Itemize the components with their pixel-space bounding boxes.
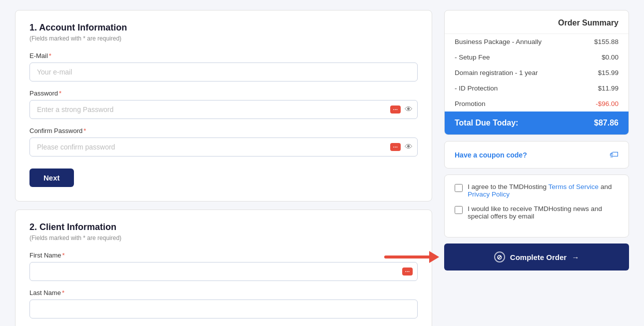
email-input-wrapper xyxy=(29,62,418,82)
arrow-head xyxy=(429,251,439,263)
password-eye-icon[interactable]: 👁 xyxy=(405,105,413,114)
order-line-amount: $11.99 xyxy=(598,84,619,92)
email-group: E-Mail* xyxy=(29,52,418,82)
order-line-item: Promotion-$96.00 xyxy=(445,96,629,112)
password-dots-icon[interactable]: ··· xyxy=(390,106,401,114)
newsletter-text: I would like to receive TMDHosting news … xyxy=(468,205,619,220)
arrow-body xyxy=(384,256,429,258)
order-line-label: Promotion xyxy=(455,100,486,108)
order-summary-title: Order Summary xyxy=(445,10,629,34)
order-line-item: - Setup Fee$0.00 xyxy=(445,50,629,65)
order-line-item: Business Package - Annually$155.88 xyxy=(445,34,629,50)
account-section-title: 1. Account Information xyxy=(29,22,418,33)
order-line-label: Domain registration - 1 year xyxy=(455,69,538,76)
complete-order-arrow: → xyxy=(572,253,579,262)
terms-section: I agree to the TMDHosting Terms of Servi… xyxy=(444,174,629,238)
password-group: Password* ··· 👁 xyxy=(29,90,418,119)
client-section-subtitle: (Fields marked with * are required) xyxy=(29,234,418,242)
order-line-amount: $155.88 xyxy=(594,38,619,46)
right-column: Order Summary Business Package - Annuall… xyxy=(444,10,629,326)
account-information-section: 1. Account Information (Fields marked wi… xyxy=(15,10,432,202)
privacy-policy-link[interactable]: Privacy Policy xyxy=(468,190,510,198)
complete-order-label: Complete Order xyxy=(510,253,567,262)
order-line-label: Business Package - Annually xyxy=(455,38,542,46)
password-input[interactable] xyxy=(29,100,418,119)
first-name-label: First Name* xyxy=(29,252,418,259)
first-name-input-wrapper: ··· xyxy=(29,262,418,281)
order-line-item: - ID Protection$11.99 xyxy=(445,80,629,96)
order-line-item: Domain registration - 1 year$15.99 xyxy=(445,65,629,80)
email-label: E-Mail* xyxy=(29,52,418,60)
coupon-section[interactable]: Have a coupon code? 🏷 xyxy=(444,141,629,168)
order-total-label: Total Due Today: xyxy=(455,118,518,128)
client-information-section: 2. Client Information (Fields marked wit… xyxy=(15,210,432,326)
newsletter-checkbox-row: I would like to receive TMDHosting news … xyxy=(455,205,619,220)
confirm-password-label: Confirm Password* xyxy=(29,127,418,134)
complete-order-wrapper: ⊘ Complete Order → xyxy=(444,244,629,270)
first-name-dots-icon[interactable]: ··· xyxy=(402,268,413,276)
red-arrow xyxy=(384,251,439,263)
first-name-input[interactable] xyxy=(29,262,418,281)
order-line-amount: $15.99 xyxy=(598,69,619,76)
next-button[interactable]: Next xyxy=(29,168,74,187)
order-lines: Business Package - Annually$155.88- Setu… xyxy=(445,34,629,112)
confirm-password-input[interactable] xyxy=(29,138,418,156)
coupon-text: Have a coupon code? xyxy=(455,151,527,159)
coupon-tag-icon: 🏷 xyxy=(610,150,619,160)
tos-checkbox-row: I agree to the TMDHosting Terms of Servi… xyxy=(455,183,619,198)
email-input[interactable] xyxy=(29,62,418,82)
order-line-label: - ID Protection xyxy=(455,84,498,92)
last-name-input[interactable] xyxy=(29,300,418,318)
order-line-amount: -$96.00 xyxy=(596,100,619,108)
confirm-password-input-wrapper: ··· 👁 xyxy=(29,138,418,156)
confirm-password-eye-icon[interactable]: 👁 xyxy=(405,142,413,152)
complete-order-button[interactable]: ⊘ Complete Order → xyxy=(444,244,629,270)
order-summary-card: Order Summary Business Package - Annuall… xyxy=(444,10,629,135)
password-label: Password* xyxy=(29,90,418,97)
client-section-title: 2. Client Information xyxy=(29,222,418,232)
newsletter-checkbox[interactable] xyxy=(455,206,463,214)
first-name-group: First Name* ··· xyxy=(29,252,418,281)
password-input-wrapper: ··· 👁 xyxy=(29,100,418,119)
complete-order-icon: ⊘ xyxy=(494,252,505,262)
last-name-label: Last Name* xyxy=(29,289,418,296)
order-line-amount: $0.00 xyxy=(602,54,619,61)
last-name-input-wrapper xyxy=(29,300,418,318)
order-total-row: Total Due Today: $87.86 xyxy=(445,112,629,134)
last-name-group: Last Name* xyxy=(29,289,418,318)
order-line-label: - Setup Fee xyxy=(455,54,490,61)
tos-text: I agree to the TMDHosting Terms of Servi… xyxy=(468,183,619,198)
terms-of-service-link[interactable]: Terms of Service xyxy=(549,183,599,190)
confirm-password-group: Confirm Password* ··· 👁 xyxy=(29,127,418,156)
confirm-password-dots-icon[interactable]: ··· xyxy=(390,143,401,151)
tos-checkbox[interactable] xyxy=(455,184,463,192)
account-section-subtitle: (Fields marked with * are required) xyxy=(29,35,418,42)
order-total-amount: $87.86 xyxy=(594,118,619,128)
